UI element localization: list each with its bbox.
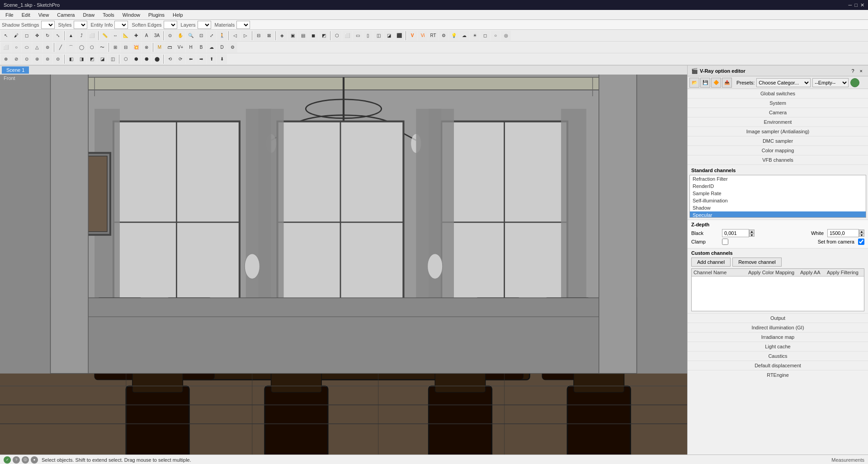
extra-15[interactable]: ⬤ [152,54,162,64]
paint-tool[interactable]: 🖌 [11,31,21,41]
extra-21[interactable]: ⬇ [217,54,227,64]
menu-window[interactable]: Window [119,11,144,19]
black-spin-up[interactable]: ▲ [749,230,755,233]
nav-rtengine[interactable]: RTEngine [688,370,868,380]
nav-environment[interactable]: Environment [688,117,868,127]
close-btn[interactable]: ✕ [860,2,864,8]
extra-4[interactable]: ⊛ [32,54,42,64]
menu-view[interactable]: View [35,11,53,19]
nav-global-switches[interactable]: Global switches [688,89,868,98]
dimension-tool[interactable]: ↔ [110,31,120,41]
extra-16[interactable]: ⟲ [165,54,175,64]
front-view[interactable]: ▭ [353,31,363,41]
pan-tool[interactable]: ✋ [175,31,185,41]
nav-irradiance-map[interactable]: Irradiance map [688,332,868,342]
move-tool[interactable]: ✥ [32,31,42,41]
cloud-btn[interactable]: ☁ [207,42,217,52]
channel-specular[interactable]: Specular [690,211,866,218]
push-pull-tool[interactable]: ▲ [66,31,76,41]
channel-refraction-filter[interactable]: Refraction Filter [690,175,866,183]
nav-output[interactable]: Output [688,313,868,323]
right-view[interactable]: ▯ [363,31,373,41]
vray-plane-btn[interactable]: ◻ [480,31,490,41]
cylinder-tool[interactable]: ⬭ [22,42,32,52]
vray-render-btn[interactable]: V [407,31,417,41]
vray-rt-btn[interactable]: RT [428,31,438,41]
white-spin-up[interactable]: ▲ [859,230,864,233]
vrscene-btn[interactable]: V+ [175,42,185,52]
next-view-btn[interactable]: ▷ [241,31,250,41]
nav-default-displacement[interactable]: Default displacement [688,361,868,370]
vray-vrscene-btn[interactable]: 🔶 [711,78,721,88]
render-history-btn[interactable]: H [186,42,196,52]
extra-7[interactable]: ◧ [66,54,76,64]
extra-10[interactable]: ◪ [97,54,107,64]
soften-edges-dropdown[interactable] [164,21,177,29]
styles-dropdown[interactable] [74,21,87,29]
iso-view[interactable]: ⬡ [332,31,342,41]
section-plane-tool[interactable]: ⊟ [254,31,264,41]
vray-options-btn[interactable]: ⚙ [439,31,448,41]
layers-dropdown[interactable] [198,21,211,29]
erase-tool[interactable]: ◻ [22,31,32,41]
axes-tool[interactable]: ✚ [131,31,141,41]
add-channel-btn[interactable]: Add channel [691,258,731,267]
vray-lights-btn[interactable]: 💡 [449,31,459,41]
minimize-btn[interactable]: ─ [849,2,852,8]
walkthrough-tool[interactable]: 🚶 [217,31,227,41]
extra-1[interactable]: ⊕ [1,54,11,64]
rotate-tool[interactable]: ↻ [42,31,52,41]
nav-vfb-channels[interactable]: VFB channels [688,155,868,165]
vray-go-btn[interactable] [850,78,859,87]
scale-tool[interactable]: ⤡ [53,31,63,41]
clamp-checkbox[interactable] [722,239,728,245]
nav-camera[interactable]: Camera [688,108,868,117]
extra-17[interactable]: ⟳ [175,54,185,64]
left-view[interactable]: ◪ [384,31,394,41]
tape-tool[interactable]: 📏 [100,31,110,41]
offset-tool[interactable]: ⬜ [87,31,97,41]
extra-8[interactable]: ◨ [76,54,86,64]
group-tool[interactable]: ⊟ [121,42,131,52]
x-ray-btn[interactable]: ◈ [277,31,287,41]
black-input[interactable] [722,229,749,237]
extra-14[interactable]: ⬣ [142,54,151,64]
channel-list-container[interactable]: Refraction Filter RenderID Sample Rate S… [689,175,866,218]
empty-dropdown[interactable]: --Empty-- [812,78,849,87]
black-spin-down[interactable]: ▼ [749,233,755,237]
3dtext-tool[interactable]: 3A [152,31,162,41]
select-tool[interactable]: ↖ [1,31,11,41]
settings-btn[interactable]: ⚙ [227,42,237,52]
nav-indirect-illumination[interactable]: Indirect illumination (GI) [688,323,868,332]
channel-renderid[interactable]: RenderID [690,183,866,190]
section-planes-btn[interactable]: ⊠ [264,31,274,41]
material-editor-btn[interactable]: M [155,42,165,52]
vray-export-btn[interactable]: 📤 [722,78,732,88]
extra-18[interactable]: ⬅ [186,54,196,64]
extra-2[interactable]: ⊘ [11,54,21,64]
vray-close-btn[interactable]: × [858,68,864,74]
nav-system[interactable]: System [688,98,868,108]
menu-camera[interactable]: Camera [53,11,78,19]
extra-12[interactable]: ⬡ [121,54,131,64]
cone-tool[interactable]: △ [32,42,42,52]
circle-tool[interactable]: ◯ [76,42,86,52]
set-from-camera-checkbox[interactable] [858,239,864,245]
cube-tool[interactable]: ⬜ [1,42,11,52]
polygon-tool[interactable]: ⬡ [87,42,97,52]
shaded-btn[interactable]: ◼ [308,31,318,41]
bottom-view[interactable]: ⬛ [394,31,404,41]
vray-open-btn[interactable]: 📂 [689,78,699,88]
component-tool[interactable]: ⊞ [110,42,120,52]
entity-info-dropdown[interactable] [114,21,128,29]
denoiser-btn[interactable]: D [217,42,227,52]
extra-9[interactable]: ◩ [87,54,97,64]
shadow-settings-dropdown[interactable] [41,21,55,29]
vray-sun-btn[interactable]: ☀ [470,31,480,41]
scene-tab[interactable]: Scene 1 [2,66,29,74]
materials-dropdown[interactable] [236,21,250,29]
zoom-window-tool[interactable]: ⊡ [196,31,206,41]
zoom-tool[interactable]: 🔍 [186,31,196,41]
vray-spot-btn[interactable]: ◎ [501,31,511,41]
maximize-btn[interactable]: □ [854,2,858,8]
